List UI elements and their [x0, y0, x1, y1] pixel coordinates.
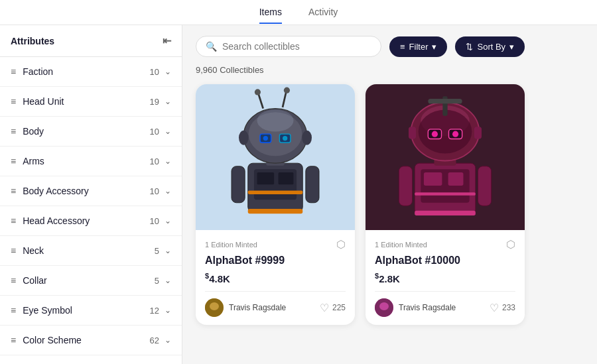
- svg-line-15: [258, 93, 263, 109]
- top-navigation: Items Activity: [0, 0, 597, 25]
- sidebar-item-label: Faction: [23, 66, 149, 77]
- sidebar-item-label: Body: [23, 126, 149, 137]
- sort-label: Sort By: [477, 42, 505, 52]
- sidebar-item-head-unit[interactable]: ≡ Head Unit 19 ⌄: [0, 87, 182, 117]
- main-content: 🔍 ≡ Filter ▾ ⇅ Sort By ▾ 9,960 Collectib…: [182, 25, 597, 364]
- svg-point-10: [257, 110, 294, 132]
- sort-icon: ⇅: [466, 42, 473, 52]
- svg-point-19: [239, 131, 249, 145]
- svg-rect-41: [409, 127, 416, 139]
- verified-badge-icon: ⬡: [336, 238, 346, 251]
- sidebar-item-body[interactable]: ≡ Body 10 ⌄: [0, 117, 182, 147]
- sidebar-item-count: 10: [150, 156, 159, 166]
- card-body-1: 1 Edition Minted ⬡ AlphaBot #10000 $2.8K…: [365, 230, 525, 325]
- svg-point-34: [419, 110, 472, 154]
- chevron-down-icon: ⌄: [165, 335, 171, 345]
- user-name: Travis Ragsdale: [229, 303, 286, 312]
- sort-chevron-icon: ▾: [509, 42, 514, 52]
- card-footer: Travis Ragsdale ♡ 225: [205, 298, 346, 317]
- sidebar-item-head-accessory[interactable]: ≡ Head Accessory 10 ⌄: [0, 206, 182, 236]
- tab-activity[interactable]: Activity: [308, 7, 338, 24]
- controls-row: 🔍 ≡ Filter ▾ ⇅ Sort By ▾: [196, 36, 584, 57]
- search-box[interactable]: 🔍: [196, 36, 381, 57]
- sidebar-item-label: Head Accessory: [23, 215, 149, 226]
- heart-icon[interactable]: ♡: [490, 302, 499, 314]
- card-price: $4.8K: [205, 272, 346, 284]
- sidebar-item-label: Head Unit: [23, 96, 149, 107]
- card-image-0: [196, 84, 355, 230]
- sort-button[interactable]: ⇅ Sort By ▾: [455, 36, 525, 57]
- sidebar-item-color-scheme[interactable]: ≡ Color Scheme 62 ⌄: [0, 326, 182, 355]
- sidebar-title: Attributes: [11, 36, 54, 46]
- filter-lines-icon: ≡: [11, 186, 16, 196]
- svg-rect-30: [478, 166, 492, 206]
- collectibles-count: 9,960 Collectibles: [196, 65, 584, 75]
- filter-icon: ≡: [400, 42, 405, 52]
- avatar: [375, 298, 393, 317]
- svg-rect-21: [248, 209, 303, 213]
- sidebar-item-label: Collar: [23, 275, 155, 286]
- sidebar-item-label: Eye Symbol: [23, 305, 149, 316]
- likes-count: 225: [332, 303, 346, 312]
- card-title: AlphaBot #9999: [205, 255, 346, 267]
- card-footer: Travis Ragsdale ♡ 233: [375, 298, 515, 317]
- sidebar-item-faction[interactable]: ≡ Faction 10 ⌄: [0, 57, 182, 87]
- filter-chevron-icon: ▾: [432, 42, 436, 52]
- verified-badge-icon: ⬡: [506, 238, 515, 251]
- sidebar-item-count: 10: [150, 216, 159, 226]
- sidebar-item-label: Body Accessory: [23, 186, 149, 196]
- filter-lines-icon: ≡: [11, 275, 16, 286]
- svg-line-17: [283, 91, 287, 107]
- card-divider: [205, 291, 346, 292]
- sidebar-item-eye-symbol[interactable]: ≡ Eye Symbol 12 ⌄: [0, 296, 182, 326]
- heart-icon[interactable]: ♡: [320, 302, 329, 314]
- sidebar: Attributes ⇤ ≡ Faction 10 ⌄ ≡ Head Unit …: [0, 25, 182, 364]
- sidebar-item-neck[interactable]: ≡ Neck 5 ⌄: [0, 236, 182, 266]
- svg-rect-4: [248, 190, 303, 194]
- filter-lines-icon: ≡: [11, 96, 16, 107]
- filter-button[interactable]: ≡ Filter ▾: [389, 36, 447, 57]
- edition-text: 1 Edition Minted: [375, 241, 427, 249]
- likes-count: 233: [502, 303, 515, 312]
- sidebar-items-list: ≡ Faction 10 ⌄ ≡ Head Unit 19 ⌄ ≡ Body 1…: [0, 57, 182, 364]
- filter-lines-icon: ≡: [11, 156, 16, 166]
- edition-text: 1 Edition Minted: [205, 241, 257, 249]
- filter-lines-icon: ≡: [11, 305, 16, 316]
- card-title: AlphaBot #10000: [375, 255, 515, 267]
- chevron-down-icon: ⌄: [165, 127, 171, 136]
- chevron-down-icon: ⌄: [165, 97, 171, 106]
- svg-rect-43: [415, 211, 476, 215]
- sidebar-item-background[interactable]: ≡ Background 2 ⌄: [0, 355, 182, 364]
- svg-point-23: [210, 302, 219, 310]
- like-row[interactable]: ♡ 233: [490, 302, 515, 314]
- svg-rect-3: [279, 172, 294, 184]
- sidebar-item-count: 5: [155, 246, 159, 256]
- svg-rect-5: [232, 166, 245, 203]
- filter-lines-icon: ≡: [11, 245, 16, 256]
- sidebar-item-label: Arms: [23, 156, 149, 166]
- chevron-down-icon: ⌄: [165, 276, 171, 285]
- svg-point-16: [255, 89, 261, 95]
- like-row[interactable]: ♡ 225: [320, 302, 346, 314]
- search-icon: 🔍: [206, 41, 217, 52]
- avatar: [205, 298, 224, 317]
- filter-label: Filter: [409, 42, 429, 52]
- sidebar-item-count: 19: [150, 97, 159, 107]
- collapse-sidebar-icon[interactable]: ⇤: [163, 34, 171, 47]
- svg-point-45: [379, 302, 389, 310]
- sidebar-item-count: 10: [150, 127, 159, 137]
- svg-point-13: [263, 136, 268, 141]
- tab-items[interactable]: Items: [259, 7, 282, 24]
- avatar-row: Travis Ragsdale: [375, 298, 456, 317]
- svg-rect-6: [306, 166, 319, 203]
- search-input[interactable]: [222, 41, 371, 52]
- sidebar-item-arms[interactable]: ≡ Arms 10 ⌄: [0, 147, 182, 176]
- svg-rect-27: [448, 172, 464, 186]
- sidebar-item-label: Color Scheme: [23, 335, 149, 345]
- edition-row: 1 Edition Minted ⬡: [375, 238, 515, 251]
- sidebar-item-label: Neck: [23, 245, 155, 256]
- sidebar-item-body-accessory[interactable]: ≡ Body Accessory 10 ⌄: [0, 176, 182, 206]
- sidebar-item-collar[interactable]: ≡ Collar 5 ⌄: [0, 266, 182, 296]
- svg-rect-29: [399, 166, 412, 206]
- svg-rect-36: [428, 99, 462, 103]
